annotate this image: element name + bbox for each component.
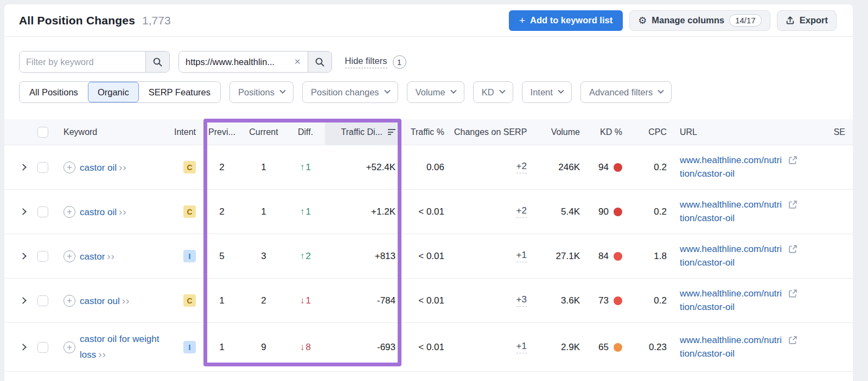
- keyword-link[interactable]: castor››: [80, 248, 115, 264]
- chevron-down-icon: [279, 88, 285, 94]
- column-keyword[interactable]: Keyword: [63, 127, 170, 137]
- kd-dot: [614, 343, 622, 352]
- url-link[interactable]: www.healthline.com/nutrition/castor-oil: [680, 154, 784, 180]
- columns-count-badge: 14/17: [729, 14, 762, 27]
- cpc-value: 1.8: [632, 251, 671, 262]
- double-chevron-icon: ››: [107, 250, 115, 262]
- url-link[interactable]: www.healthline.com/nutrition/castor-oil: [680, 243, 784, 269]
- diff-arrow-icon: [300, 251, 305, 262]
- gear-icon: ⚙: [638, 16, 647, 25]
- column-traffic-pct[interactable]: Traffic %: [406, 127, 449, 137]
- serp-changes-link[interactable]: +2: [516, 205, 527, 218]
- add-keyword-icon[interactable]: +: [63, 341, 75, 353]
- page-title: All Position Changes: [19, 14, 135, 27]
- external-link-icon[interactable]: [788, 335, 797, 347]
- column-intent[interactable]: Intent: [170, 127, 202, 137]
- kd-dropdown[interactable]: KD: [473, 81, 513, 103]
- double-chevron-icon: ››: [119, 162, 127, 173]
- add-keyword-icon[interactable]: +: [63, 206, 75, 218]
- keyword-link[interactable]: castro oil››: [80, 204, 127, 219]
- external-link-icon[interactable]: [788, 289, 797, 301]
- column-serp-changes[interactable]: Changes on SERP: [449, 127, 540, 137]
- traffic-diff-value: +813: [325, 251, 401, 262]
- column-volume[interactable]: Volume: [540, 127, 582, 137]
- add-keyword-icon[interactable]: +: [63, 162, 75, 173]
- tab-serp-features[interactable]: SERP Features: [139, 82, 220, 102]
- keyword-search-button[interactable]: [145, 51, 169, 72]
- position-diff: 8: [300, 342, 311, 353]
- url-filter-input[interactable]: [179, 51, 293, 72]
- traffic-pct-value: < 0.01: [406, 206, 449, 217]
- add-keyword-icon[interactable]: +: [63, 250, 75, 262]
- kd-value: 90: [598, 206, 609, 217]
- current-position: 9: [241, 342, 286, 353]
- column-cpc[interactable]: CPC: [632, 127, 671, 137]
- intent-badge: I: [183, 250, 196, 262]
- url-search-button[interactable]: [308, 51, 331, 72]
- external-link-icon[interactable]: [788, 244, 797, 256]
- clear-url-filter-icon[interactable]: ✕: [293, 51, 308, 72]
- add-keyword-icon[interactable]: +: [63, 295, 75, 307]
- volume-dropdown[interactable]: Volume: [407, 81, 464, 103]
- volume-value: 27.1K: [540, 251, 582, 262]
- volume-value: 246K: [540, 162, 582, 173]
- manage-columns-button[interactable]: ⚙ Manage columns 14/17: [629, 10, 770, 31]
- row-checkbox[interactable]: [37, 251, 48, 262]
- intent-dropdown[interactable]: Intent: [522, 81, 572, 103]
- column-diff[interactable]: Diff.: [286, 127, 325, 137]
- positions-dropdown[interactable]: Positions: [229, 81, 293, 103]
- traffic-diff-value: -693: [325, 342, 401, 353]
- keyword-link[interactable]: castor oil››: [80, 159, 127, 175]
- chevron-down-icon: [450, 88, 456, 94]
- url-link[interactable]: www.healthline.com/nutrition/castor-oil: [680, 198, 784, 225]
- position-changes-dropdown[interactable]: Position changes: [302, 81, 398, 103]
- kd-dot: [614, 252, 622, 261]
- keyword-filter-input[interactable]: [20, 51, 145, 72]
- add-to-keyword-list-button[interactable]: + Add to keyword list: [509, 10, 623, 31]
- position-changes-panel: All Position Changes 1,773 + Add to keyw…: [4, 4, 853, 381]
- select-all-checkbox[interactable]: [37, 127, 48, 138]
- serp-changes-link[interactable]: +1: [516, 341, 527, 353]
- serp-changes-link[interactable]: +2: [516, 161, 527, 173]
- row-expand-chevron-icon[interactable]: [20, 208, 27, 215]
- column-traffic-diff[interactable]: Traffic Di...: [325, 119, 401, 145]
- cpc-value: 0.2: [632, 206, 671, 217]
- column-url[interactable]: URL: [680, 127, 814, 137]
- keyword-link[interactable]: castor oil for weight loss››: [80, 332, 170, 363]
- results-count: 1,773: [142, 14, 171, 27]
- chevron-down-icon: [384, 88, 390, 94]
- diff-arrow-icon: [300, 206, 305, 217]
- double-chevron-icon: ››: [122, 295, 130, 306]
- row-expand-chevron-icon[interactable]: [20, 164, 27, 171]
- previous-position: 1: [202, 342, 241, 353]
- advanced-filters-dropdown[interactable]: Advanced filters: [580, 81, 672, 103]
- row-checkbox[interactable]: [37, 342, 48, 353]
- hide-filters-link[interactable]: Hide filters: [345, 56, 387, 68]
- external-link-icon[interactable]: [788, 200, 797, 212]
- tab-organic[interactable]: Organic: [88, 82, 139, 102]
- row-checkbox[interactable]: [37, 295, 48, 306]
- url-link[interactable]: www.healthline.com/nutrition/castor-oil: [680, 287, 784, 314]
- sort-descending-icon: [388, 129, 395, 135]
- export-button[interactable]: Export: [777, 10, 837, 31]
- row-expand-chevron-icon[interactable]: [20, 297, 27, 304]
- row-checkbox[interactable]: [37, 206, 48, 217]
- url-link[interactable]: www.healthline.com/nutrition/castor-oil: [680, 334, 784, 360]
- export-icon: [786, 16, 795, 25]
- traffic-pct-value: < 0.01: [406, 295, 449, 306]
- position-type-tabs: All Positions Organic SERP Features: [19, 81, 221, 103]
- tab-all-positions[interactable]: All Positions: [20, 82, 88, 102]
- column-current[interactable]: Current: [241, 127, 286, 137]
- external-link-icon[interactable]: [788, 156, 797, 167]
- keyword-link[interactable]: castor oul››: [80, 293, 130, 308]
- column-kd[interactable]: KD %: [582, 127, 632, 137]
- row-checkbox[interactable]: [37, 162, 48, 173]
- row-expand-chevron-icon[interactable]: [20, 344, 27, 351]
- row-expand-chevron-icon[interactable]: [20, 253, 27, 260]
- serp-changes-link[interactable]: +1: [516, 250, 527, 262]
- panel-header: All Position Changes 1,773 + Add to keyw…: [4, 4, 853, 37]
- intent-badge: C: [183, 294, 196, 307]
- column-previous[interactable]: Previ...: [202, 127, 241, 137]
- serp-changes-link[interactable]: +3: [516, 294, 527, 307]
- column-se-clipped[interactable]: SE: [834, 127, 853, 137]
